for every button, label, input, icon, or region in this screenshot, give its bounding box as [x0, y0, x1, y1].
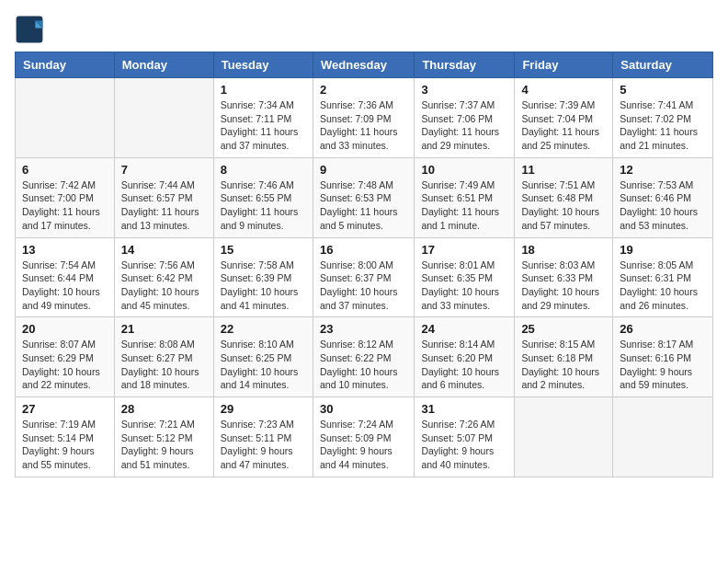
day-info: Sunrise: 7:49 AM Sunset: 6:51 PM Dayligh…: [421, 178, 507, 233]
day-info: Sunrise: 7:44 AM Sunset: 6:57 PM Dayligh…: [121, 178, 207, 233]
day-info: Sunrise: 8:12 AM Sunset: 6:22 PM Dayligh…: [320, 338, 407, 392]
day-number: 18: [521, 243, 606, 257]
calendar-cell: 29Sunrise: 7:23 AM Sunset: 5:11 PM Dayli…: [213, 397, 313, 477]
day-number: 1: [221, 83, 306, 97]
calendar-cell: 5Sunrise: 7:41 AM Sunset: 7:02 PM Daylig…: [613, 78, 713, 158]
day-info: Sunrise: 8:08 AM Sunset: 6:27 PM Dayligh…: [121, 338, 207, 392]
calendar-cell: 6Sunrise: 7:42 AM Sunset: 7:00 PM Daylig…: [16, 157, 115, 237]
day-number: 15: [221, 243, 306, 257]
day-number: 17: [421, 243, 507, 257]
weekday-header: Tuesday: [213, 52, 313, 78]
calendar-cell: 27Sunrise: 7:19 AM Sunset: 5:14 PM Dayli…: [16, 397, 115, 477]
calendar-week-row: 1Sunrise: 7:34 AM Sunset: 7:11 PM Daylig…: [16, 78, 713, 158]
day-info: Sunrise: 7:36 AM Sunset: 7:09 PM Dayligh…: [320, 98, 407, 153]
day-number: 31: [421, 402, 507, 416]
weekday-header: Monday: [114, 52, 213, 78]
weekday-header: Wednesday: [313, 52, 414, 78]
calendar-week-row: 27Sunrise: 7:19 AM Sunset: 5:14 PM Dayli…: [16, 397, 713, 477]
day-info: Sunrise: 7:58 AM Sunset: 6:39 PM Dayligh…: [221, 259, 306, 313]
day-number: 16: [320, 243, 407, 257]
day-info: Sunrise: 8:00 AM Sunset: 6:37 PM Dayligh…: [320, 259, 407, 313]
day-number: 13: [22, 243, 108, 257]
calendar-cell: 8Sunrise: 7:46 AM Sunset: 6:55 PM Daylig…: [213, 157, 313, 237]
calendar-week-row: 13Sunrise: 7:54 AM Sunset: 6:44 PM Dayli…: [16, 237, 713, 317]
calendar-cell: [515, 397, 613, 477]
weekday-header: Friday: [515, 52, 613, 78]
calendar-cell: 25Sunrise: 8:15 AM Sunset: 6:18 PM Dayli…: [515, 317, 613, 397]
logo-icon: [15, 15, 44, 44]
calendar-cell: 14Sunrise: 7:56 AM Sunset: 6:42 PM Dayli…: [114, 237, 213, 317]
day-number: 19: [620, 243, 706, 257]
calendar-cell: 10Sunrise: 7:49 AM Sunset: 6:51 PM Dayli…: [415, 157, 515, 237]
day-number: 25: [521, 322, 606, 336]
day-number: 11: [521, 163, 606, 177]
day-number: 8: [221, 163, 306, 177]
day-number: 30: [320, 402, 407, 416]
day-number: 9: [320, 163, 407, 177]
day-info: Sunrise: 7:21 AM Sunset: 5:12 PM Dayligh…: [121, 418, 207, 472]
day-info: Sunrise: 7:56 AM Sunset: 6:42 PM Dayligh…: [121, 259, 207, 313]
day-info: Sunrise: 7:23 AM Sunset: 5:11 PM Dayligh…: [221, 418, 306, 472]
day-number: 29: [221, 402, 306, 416]
day-info: Sunrise: 7:53 AM Sunset: 6:46 PM Dayligh…: [620, 178, 706, 233]
calendar-cell: 20Sunrise: 8:07 AM Sunset: 6:29 PM Dayli…: [16, 317, 115, 397]
calendar-cell: 1Sunrise: 7:34 AM Sunset: 7:11 PM Daylig…: [213, 78, 313, 158]
calendar-cell: 26Sunrise: 8:17 AM Sunset: 6:16 PM Dayli…: [613, 317, 713, 397]
day-number: 12: [620, 163, 706, 177]
weekday-header: Sunday: [16, 52, 115, 78]
day-number: 2: [320, 83, 407, 97]
day-number: 23: [320, 322, 407, 336]
day-info: Sunrise: 7:24 AM Sunset: 5:09 PM Dayligh…: [320, 418, 407, 472]
day-number: 5: [620, 83, 706, 97]
day-number: 22: [221, 322, 306, 336]
calendar-cell: 30Sunrise: 7:24 AM Sunset: 5:09 PM Dayli…: [313, 397, 414, 477]
calendar-cell: 23Sunrise: 8:12 AM Sunset: 6:22 PM Dayli…: [313, 317, 414, 397]
day-number: 20: [22, 322, 108, 336]
calendar-week-row: 6Sunrise: 7:42 AM Sunset: 7:00 PM Daylig…: [16, 157, 713, 237]
day-info: Sunrise: 8:17 AM Sunset: 6:16 PM Dayligh…: [620, 338, 706, 392]
weekday-header: Saturday: [613, 52, 713, 78]
day-info: Sunrise: 7:41 AM Sunset: 7:02 PM Dayligh…: [620, 98, 706, 153]
weekday-header: Thursday: [415, 52, 515, 78]
calendar-cell: 31Sunrise: 7:26 AM Sunset: 5:07 PM Dayli…: [415, 397, 515, 477]
calendar-cell: 15Sunrise: 7:58 AM Sunset: 6:39 PM Dayli…: [213, 237, 313, 317]
day-info: Sunrise: 7:34 AM Sunset: 7:11 PM Dayligh…: [221, 98, 306, 153]
day-info: Sunrise: 7:51 AM Sunset: 6:48 PM Dayligh…: [521, 178, 606, 233]
day-info: Sunrise: 7:54 AM Sunset: 6:44 PM Dayligh…: [22, 259, 108, 313]
calendar-cell: 2Sunrise: 7:36 AM Sunset: 7:09 PM Daylig…: [313, 78, 414, 158]
calendar-cell: 13Sunrise: 7:54 AM Sunset: 6:44 PM Dayli…: [16, 237, 115, 317]
day-number: 6: [22, 163, 108, 177]
day-number: 7: [121, 163, 207, 177]
day-info: Sunrise: 8:01 AM Sunset: 6:35 PM Dayligh…: [421, 259, 507, 313]
calendar-cell: 3Sunrise: 7:37 AM Sunset: 7:06 PM Daylig…: [415, 78, 515, 158]
calendar-cell: [114, 78, 213, 158]
calendar-cell: 17Sunrise: 8:01 AM Sunset: 6:35 PM Dayli…: [415, 237, 515, 317]
calendar-cell: 19Sunrise: 8:05 AM Sunset: 6:31 PM Dayli…: [613, 237, 713, 317]
day-info: Sunrise: 8:03 AM Sunset: 6:33 PM Dayligh…: [521, 259, 606, 313]
day-number: 24: [421, 322, 507, 336]
logo: [15, 15, 48, 44]
calendar-cell: 18Sunrise: 8:03 AM Sunset: 6:33 PM Dayli…: [515, 237, 613, 317]
day-info: Sunrise: 8:07 AM Sunset: 6:29 PM Dayligh…: [22, 338, 108, 392]
day-info: Sunrise: 7:48 AM Sunset: 6:53 PM Dayligh…: [320, 178, 407, 233]
calendar-table: SundayMondayTuesdayWednesdayThursdayFrid…: [15, 52, 713, 477]
day-number: 21: [121, 322, 207, 336]
day-number: 4: [521, 83, 606, 97]
calendar-cell: 28Sunrise: 7:21 AM Sunset: 5:12 PM Dayli…: [114, 397, 213, 477]
day-number: 27: [22, 402, 108, 416]
svg-rect-0: [17, 17, 43, 43]
day-info: Sunrise: 7:19 AM Sunset: 5:14 PM Dayligh…: [22, 418, 108, 472]
day-info: Sunrise: 7:42 AM Sunset: 7:00 PM Dayligh…: [22, 178, 108, 233]
day-info: Sunrise: 7:26 AM Sunset: 5:07 PM Dayligh…: [421, 418, 507, 472]
calendar-cell: 22Sunrise: 8:10 AM Sunset: 6:25 PM Dayli…: [213, 317, 313, 397]
calendar-cell: 24Sunrise: 8:14 AM Sunset: 6:20 PM Dayli…: [415, 317, 515, 397]
day-info: Sunrise: 7:46 AM Sunset: 6:55 PM Dayligh…: [221, 178, 306, 233]
page-header: [15, 15, 713, 44]
day-number: 28: [121, 402, 207, 416]
calendar-cell: 21Sunrise: 8:08 AM Sunset: 6:27 PM Dayli…: [114, 317, 213, 397]
day-info: Sunrise: 8:15 AM Sunset: 6:18 PM Dayligh…: [521, 338, 606, 392]
day-number: 3: [421, 83, 507, 97]
calendar-cell: [613, 397, 713, 477]
day-info: Sunrise: 7:39 AM Sunset: 7:04 PM Dayligh…: [521, 98, 606, 153]
day-number: 26: [620, 322, 706, 336]
